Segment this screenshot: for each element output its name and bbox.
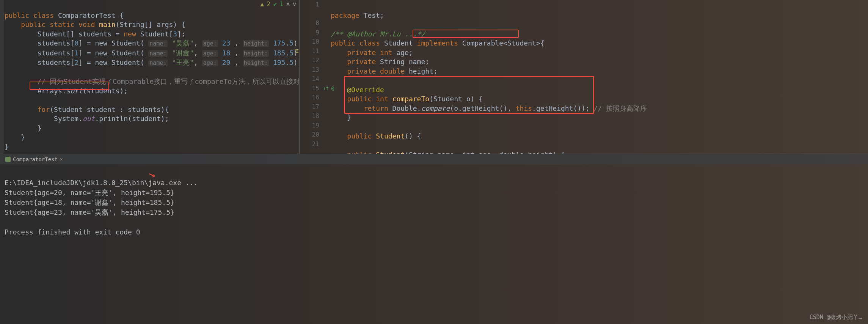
code-text: ,: [194, 58, 202, 66]
console-output[interactable]: E:\IDEA_includeJDK\jdk1.8.0_25\bin\java.…: [0, 164, 868, 324]
console-tab[interactable]: ComparatorTest ×: [2, 155, 66, 164]
line-number: 10: [300, 37, 319, 47]
line-number: 21: [300, 140, 319, 149]
code-text: (o.getHeight(),: [450, 104, 515, 112]
code-text: sort: [66, 87, 83, 95]
code-text: (Student o) {: [429, 95, 483, 103]
code-text: );: [294, 49, 300, 57]
line-number: 17: [300, 102, 319, 112]
line-number: [300, 9, 319, 19]
code-text: ,: [230, 39, 243, 47]
code-text: ,: [194, 39, 202, 47]
code-text: 195.5: [273, 58, 294, 66]
code-text: .println(student);: [95, 115, 169, 123]
console-tab-bar: ComparatorTest ×: [0, 154, 868, 164]
ide-window: ▲ 2 ✔ 1 ʌ v public class ComparatorTest …: [0, 0, 868, 324]
param-hint: age:: [202, 60, 218, 66]
annotation: @Override: [331, 86, 384, 94]
code-right[interactable]: package Test; /** @Author Mr.Lu ...*/ pu…: [331, 2, 868, 154]
line-number: 19: [300, 121, 319, 131]
line-number: 13: [300, 65, 319, 75]
code-text: ,: [230, 49, 243, 57]
code-text: ,: [230, 58, 243, 66]
code-text: public: [331, 151, 376, 154]
code-text: students[: [5, 58, 74, 66]
code-text: 20: [222, 58, 231, 66]
code-text: }: [331, 113, 351, 121]
comment: // 因为Student实现了Comparable接口，重写了compareTo…: [5, 77, 300, 85]
param-hint: name:: [148, 50, 168, 57]
param-hint: name:: [148, 60, 168, 66]
code-text: "吴磊": [172, 39, 194, 47]
code-text: }: [5, 133, 25, 141]
console-tab-label: ComparatorTest: [13, 156, 58, 162]
code-text: (String name, int age, double height) {: [405, 151, 565, 154]
gutter-left: [0, 0, 4, 154]
code-text: }: [5, 143, 9, 151]
editor-right[interactable]: 1 8 9 10 11 12 13 14 15 16 17 18 19 20 2…: [300, 0, 868, 154]
code-text: }: [5, 124, 42, 132]
code-text: () {: [405, 132, 421, 140]
code-text: students[: [5, 49, 74, 57]
code-text: 18: [222, 49, 231, 57]
code-text: 1: [74, 49, 78, 57]
code-text: Arrays.: [5, 87, 66, 95]
code-text: ] = new Student(: [78, 39, 148, 47]
line-number: 8: [300, 19, 319, 28]
code-text: "谢鑫": [172, 49, 194, 57]
gutter-line-numbers[interactable]: 1 8 9 10 11 12 13 14 15 16 17 18 19 20 2…: [300, 0, 322, 154]
line-number: 14: [300, 74, 319, 84]
code-text: );: [294, 58, 300, 66]
console-line: Student{age=18, name='谢鑫', height=185.5}: [5, 198, 174, 206]
code-text: public int: [331, 95, 392, 103]
console-line: E:\IDEA_includeJDK\jdk1.8.0_25\bin\java.…: [5, 179, 198, 187]
doc-comment: /** @Author Mr.Lu ...*/: [331, 30, 425, 38]
comment: // 按照身高降序: [594, 104, 647, 112]
code-text: .getHeight());: [532, 104, 594, 112]
line-number: 9: [300, 28, 319, 38]
code-text: 2: [74, 58, 78, 66]
code-text: out: [83, 115, 95, 123]
code-text: ] = new Student(: [78, 58, 148, 66]
code-text: compare: [421, 104, 450, 112]
code-text: public: [331, 132, 376, 140]
code-text: "王亮": [172, 58, 194, 66]
param-hint: height:: [243, 60, 269, 66]
line-number: 12: [300, 56, 319, 65]
code-text: Student: [384, 39, 417, 47]
run-config-icon: [5, 157, 11, 162]
code-text: implements: [417, 39, 462, 47]
code-text: students[: [5, 39, 74, 47]
close-icon[interactable]: ×: [60, 156, 63, 162]
console-line: Student{age=20, name='王亮', height=195.5}: [5, 189, 174, 197]
param-hint: age:: [202, 40, 218, 47]
code-text: {: [540, 39, 545, 47]
line-number: 18: [300, 112, 319, 121]
code-left[interactable]: public class ComparatorTest { public sta…: [5, 2, 299, 154]
code-text: Student: [376, 151, 405, 154]
line-number: 16: [300, 93, 319, 102]
line-number: 20: [300, 130, 319, 140]
editors-split: ▲ 2 ✔ 1 ʌ v public class ComparatorTest …: [0, 0, 868, 154]
code-text: compareTo: [392, 95, 430, 103]
code-text: ,: [194, 49, 202, 57]
code-text: ] = new Student(: [78, 49, 148, 57]
code-text: Student: [376, 132, 405, 140]
code-text: 23: [222, 39, 231, 47]
console-line: Student{age=23, name='吴磊', height=175.5}: [5, 208, 174, 216]
code-text: Comparable<Student>: [462, 39, 540, 47]
line-number: 15: [300, 84, 319, 93]
line-number: 11: [300, 47, 319, 56]
code-text: 0: [74, 39, 78, 47]
code-text: System.: [5, 115, 83, 123]
editor-left[interactable]: ▲ 2 ✔ 1 ʌ v public class ComparatorTest …: [0, 0, 300, 154]
code-text: (students);: [83, 87, 128, 95]
code-text: );: [294, 39, 300, 47]
param-hint: height:: [243, 50, 269, 57]
param-hint: height:: [243, 40, 269, 47]
line-number: 1: [300, 0, 319, 9]
console-line: Process finished with exit code 0: [5, 228, 140, 236]
code-text: 185.5: [273, 49, 294, 57]
watermark: CSDN @碳烤小肥羊…: [810, 314, 862, 321]
code-text: 175.5: [273, 39, 294, 47]
